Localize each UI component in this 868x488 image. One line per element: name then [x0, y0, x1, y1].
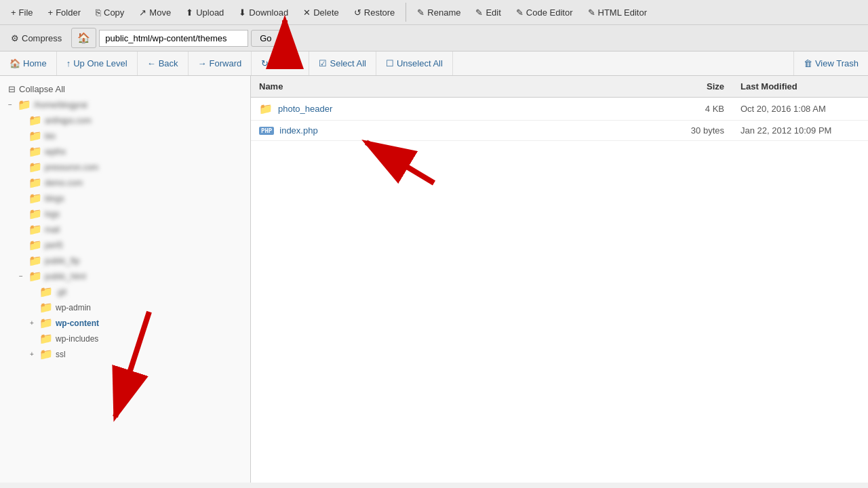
- file-size: 4 KB: [651, 98, 732, 121]
- select-all-icon: ☑: [319, 58, 327, 68]
- home-nav-btn[interactable]: 🏠 Home: [0, 52, 57, 75]
- folder-icon: 📁: [28, 239, 42, 251]
- tree-label: mail: [45, 225, 60, 235]
- reload-btn[interactable]: ↻ Reload: [252, 52, 309, 75]
- tree-item[interactable]: 📁demo.com: [0, 175, 250, 190]
- delete-btn[interactable]: ✕ Delete: [296, 4, 346, 21]
- tree-label: ssl: [56, 350, 66, 359]
- back-btn[interactable]: ← Back: [138, 52, 189, 75]
- tree-label: wp-includes: [56, 334, 98, 344]
- toolbar-row1: + File + Folder ⎘ Copy ↗ Move ⬆ Upload ⬇…: [0, 0, 868, 25]
- php-badge: PHP: [259, 127, 274, 135]
- collapse-icon: ⊟: [8, 84, 16, 94]
- tree-item[interactable]: 📁wpthx: [0, 144, 250, 159]
- folder-icon: 📁: [39, 301, 53, 314]
- file-name[interactable]: 📁photo_header: [259, 102, 643, 115]
- up-one-level-btn[interactable]: ↑ Up One Level: [57, 52, 138, 75]
- tree-label: wp-content: [56, 319, 99, 328]
- tree-item[interactable]: 📁logs: [0, 206, 250, 222]
- folder-btn[interactable]: + Folder: [41, 4, 87, 21]
- tree-label: .git: [56, 287, 66, 297]
- folder-icon: 📁: [39, 332, 53, 345]
- file-name[interactable]: PHPindex.php: [259, 125, 643, 136]
- file-modified: Oct 20, 2016 1:08 AM: [732, 98, 868, 121]
- tree-toggle: +: [30, 319, 37, 327]
- tree-toggle: −: [8, 101, 15, 108]
- nav-row: 🏠 Home ↑ Up One Level ← Back → Forward ↻…: [0, 52, 868, 76]
- col-modified[interactable]: Last Modified: [732, 76, 868, 98]
- file-name-cell: PHPindex.php: [251, 121, 651, 141]
- tree-item[interactable]: 📁public_ftp: [0, 253, 250, 268]
- address-input[interactable]: [99, 30, 248, 47]
- view-trash-btn[interactable]: 🗑 View Trash: [793, 52, 868, 75]
- tree-item[interactable]: 📁bio: [0, 128, 250, 144]
- up-icon: ↑: [66, 58, 71, 68]
- tree-label: perl5: [45, 241, 63, 250]
- tree-label: public_ftp: [45, 256, 79, 266]
- move-icon: ↗: [139, 7, 146, 18]
- tree-item[interactable]: 📁blogs: [0, 190, 250, 206]
- folder-icon: 📁: [28, 129, 42, 142]
- folder-icon: 📁: [28, 161, 42, 174]
- table-row[interactable]: PHPindex.php30 bytesJan 22, 2012 10:09 P…: [251, 121, 868, 141]
- tree-item[interactable]: 📁.git: [0, 284, 250, 300]
- rename-btn[interactable]: ✎ Rename: [410, 4, 467, 21]
- sidebar: ⊟ Collapse All −📁/home/blogyrai📁anthqps.…: [0, 76, 251, 483]
- home-nav-icon: 🏠: [9, 58, 20, 68]
- table-header-row: Name Size Last Modified: [251, 76, 868, 98]
- folder-icon: 📁: [28, 114, 42, 127]
- tree-item[interactable]: 📁mail: [0, 222, 250, 237]
- tree-label: logs: [45, 209, 60, 219]
- tree-item[interactable]: 📁perl5: [0, 237, 250, 253]
- html-editor-btn[interactable]: ✎ HTML Editor: [581, 4, 654, 21]
- main-layout: ⊟ Collapse All −📁/home/blogyrai📁anthqps.…: [0, 76, 868, 483]
- move-btn[interactable]: ↗ Move: [132, 4, 178, 21]
- unselect-icon: ☐: [386, 58, 394, 68]
- folder-icon: 📁: [28, 223, 42, 236]
- file-label: index.php: [279, 125, 317, 136]
- tree-item[interactable]: −📁/home/blogyrai: [0, 97, 250, 113]
- tree-item[interactable]: +📁ssl: [0, 346, 250, 362]
- download-btn[interactable]: ⬇ Download: [232, 4, 295, 21]
- tree-item[interactable]: 📁wp-includes: [0, 331, 250, 346]
- home-icon-btn[interactable]: 🏠: [71, 28, 96, 48]
- tree-toggle: +: [30, 350, 37, 358]
- copy-btn[interactable]: ⎘ Copy: [89, 4, 131, 21]
- col-size[interactable]: Size: [651, 76, 732, 98]
- edit-btn[interactable]: ✎ Edit: [469, 4, 507, 21]
- upload-btn[interactable]: ⬆ Upload: [179, 4, 231, 21]
- tree-item[interactable]: +📁wp-content: [0, 315, 250, 331]
- unselect-all-btn[interactable]: ☐ Unselect All: [376, 52, 453, 75]
- select-all-btn[interactable]: ☑ Select All: [309, 52, 376, 75]
- tree-item[interactable]: 📁anthqps.com: [0, 113, 250, 128]
- file-table: Name Size Last Modified 📁photo_header4 K…: [251, 76, 868, 141]
- back-icon: ←: [147, 58, 156, 68]
- compress-icon: ⚙: [11, 33, 19, 43]
- col-name[interactable]: Name: [251, 76, 651, 98]
- code-editor-btn[interactable]: ✎ Code Editor: [509, 4, 580, 21]
- address-bar: 🏠 Go: [71, 28, 280, 48]
- forward-icon: →: [198, 58, 207, 68]
- copy-icon: ⎘: [96, 7, 101, 18]
- tree-label: /home/blogyrai: [34, 100, 87, 110]
- toolbar-row2: ⚙ Compress 🏠 Go: [0, 25, 868, 52]
- collapse-all-btn[interactable]: ⊟ Collapse All: [0, 81, 250, 97]
- tree-label: wpthx: [45, 147, 66, 157]
- tree-label: anthqps.com: [45, 116, 92, 125]
- tree-item[interactable]: 📁pressuron.com: [0, 159, 250, 175]
- restore-btn[interactable]: ↺ Restore: [347, 4, 402, 21]
- file-btn[interactable]: + File: [4, 4, 40, 21]
- forward-btn[interactable]: → Forward: [189, 52, 252, 75]
- restore-icon: ↺: [354, 7, 361, 18]
- table-row[interactable]: 📁photo_header4 KBOct 20, 2016 1:08 AM: [251, 98, 868, 121]
- plus-icon: +: [48, 7, 54, 18]
- compress-btn[interactable]: ⚙ Compress: [4, 30, 68, 47]
- code-icon: ✎: [516, 7, 524, 18]
- folder-icon: 📁: [28, 254, 42, 267]
- go-button[interactable]: Go: [251, 30, 280, 47]
- edit-icon: ✎: [475, 7, 483, 18]
- tree-container: −📁/home/blogyrai📁anthqps.com📁bio📁wpthx📁p…: [0, 97, 250, 362]
- tree-item[interactable]: 📁wp-admin: [0, 300, 250, 315]
- tree-item[interactable]: −📁public_html: [0, 268, 250, 284]
- tree-label: bio: [45, 131, 56, 141]
